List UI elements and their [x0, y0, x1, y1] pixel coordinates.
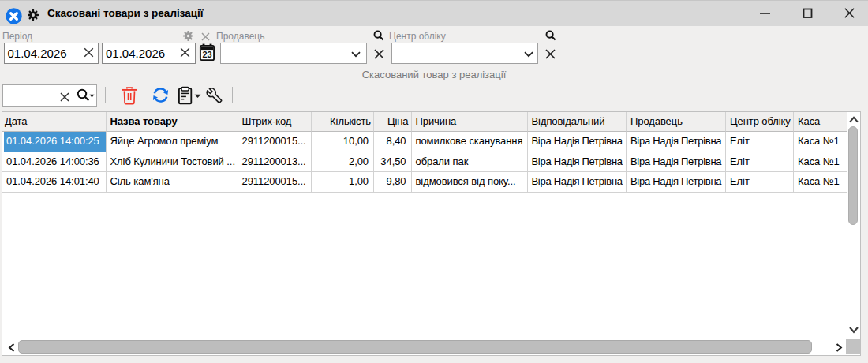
svg-text:23: 23 [202, 50, 211, 59]
